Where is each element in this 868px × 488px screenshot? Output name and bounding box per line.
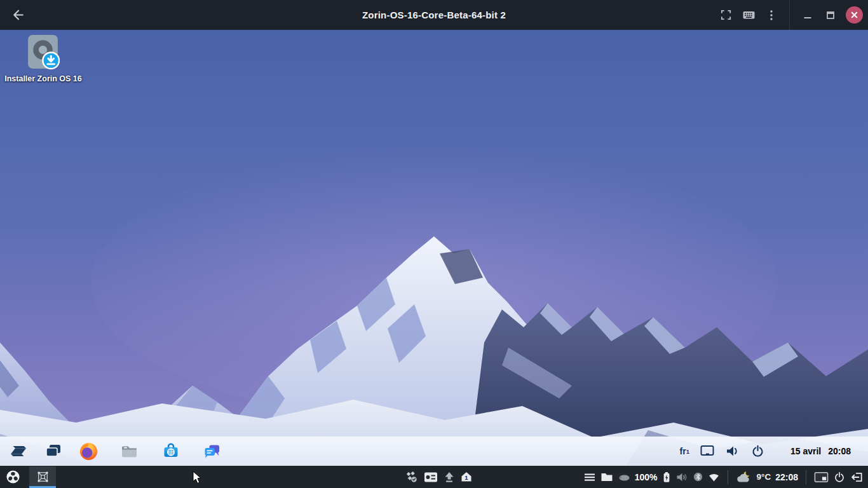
mouse-device-icon [618,466,630,488]
sync-check-icon [404,471,418,484]
svg-text:1: 1 [465,474,468,481]
software-store-button[interactable] [161,440,181,463]
desktop-icon-label: Installer Zorin OS 16 [1,74,85,83]
display-icon [700,444,715,459]
host-menu-button[interactable] [583,466,596,488]
task-gnome-boxes[interactable] [29,466,56,487]
close-button[interactable] [846,6,863,24]
status-separator-2 [806,470,806,484]
tray-notes-button[interactable] [424,466,438,488]
zorin-logo-icon [9,442,28,461]
zorin-menu-button[interactable] [8,440,29,463]
minimize-icon [803,10,813,20]
folder-icon [600,471,613,483]
titlebar-controls [714,0,868,30]
zorin-date: 15 avril [790,446,821,456]
fullscreen-button[interactable] [714,0,737,30]
show-desktop-button[interactable] [814,466,829,488]
host-time: 22:08 [775,472,798,482]
firefox-button[interactable] [78,440,98,463]
screen: Zorin-OS-16-Core-Beta-64-bit 2 [0,0,868,488]
host-app-menu-button[interactable] [0,466,25,488]
host-taskbar: 1 100% [0,466,868,488]
bluetooth-icon [693,471,703,482]
boxes-icon [37,471,49,483]
messages-button[interactable] [202,440,222,463]
show-desktop-icon [814,471,829,484]
bluetooth-button[interactable] [693,466,703,488]
desktop-icon-installer[interactable]: Installer Zorin OS 16 [1,34,85,83]
window-overview-button[interactable] [43,440,64,463]
files-folder-icon [120,442,139,461]
system-tray: 1 [404,466,472,488]
kebab-icon [766,9,777,22]
logout-icon [850,471,864,484]
zorin-clock[interactable]: 15 avril 20:08 [790,446,851,456]
desktop[interactable]: Installer Zorin OS 16 [0,30,868,466]
weather-temperature: 9°C [757,472,771,482]
keyboard-button[interactable] [737,0,760,30]
keyboard-layout-index: 1 [686,448,689,455]
zorin-taskbar: fr1 [0,437,868,466]
tray-sync-button[interactable] [404,466,418,488]
close-icon [850,11,858,19]
zorin-time: 20:08 [828,446,851,456]
wifi-icon [708,472,720,482]
tray-update-button[interactable] [444,466,455,488]
installer-drive-icon [27,34,60,73]
host-clock[interactable]: 22:08 [775,466,798,488]
back-arrow-icon [11,8,25,22]
zorin-taskbar-indicators: fr1 [680,444,868,459]
maximize-icon [825,10,836,20]
cloud-moon-icon [736,470,752,484]
maximize-button[interactable] [819,0,842,30]
host-power-icon [833,471,846,484]
update-arrow-icon [444,471,455,484]
host-speaker-icon [675,471,688,483]
app-menu-icon [6,470,20,484]
keyboard-layout-code: fr [680,446,686,456]
mouse-battery-percent: 100% [635,472,658,482]
minimize-button[interactable] [796,0,819,30]
keyboard-icon [742,8,756,22]
weather-widget[interactable] [736,466,752,488]
power-indicator[interactable] [750,444,765,459]
host-status-area: 100% [583,466,868,488]
tray-home-alert-button[interactable]: 1 [461,466,472,488]
speaker-icon [725,444,740,459]
logout-button[interactable] [850,466,864,488]
display-indicator[interactable] [700,444,715,459]
status-separator [728,470,728,484]
host-power-button[interactable] [833,466,846,488]
hamburger-icon [583,471,596,483]
power-icon [750,444,765,459]
wallpaper-mountain [0,30,868,466]
window-overview-icon [44,442,63,461]
file-manager-button[interactable] [600,466,613,488]
files-button[interactable] [119,440,140,463]
home-alert-icon: 1 [461,471,472,484]
wifi-button[interactable] [708,466,720,488]
messages-icon [203,442,222,461]
software-store-icon [161,442,180,461]
battery-charging-icon [662,466,671,488]
notes-applet-icon [424,471,438,484]
back-button[interactable] [6,0,29,30]
vm-titlebar: Zorin-OS-16-Core-Beta-64-bit 2 [0,0,868,30]
menu-kebab-button[interactable] [760,0,783,30]
fullscreen-icon [720,9,732,21]
volume-indicator[interactable] [725,444,740,459]
zorin-taskbar-apps [0,440,222,463]
host-volume-button[interactable] [675,466,688,488]
keyboard-layout-indicator[interactable]: fr1 [680,446,689,456]
firefox-icon [79,442,98,461]
titlebar-separator [789,0,790,30]
